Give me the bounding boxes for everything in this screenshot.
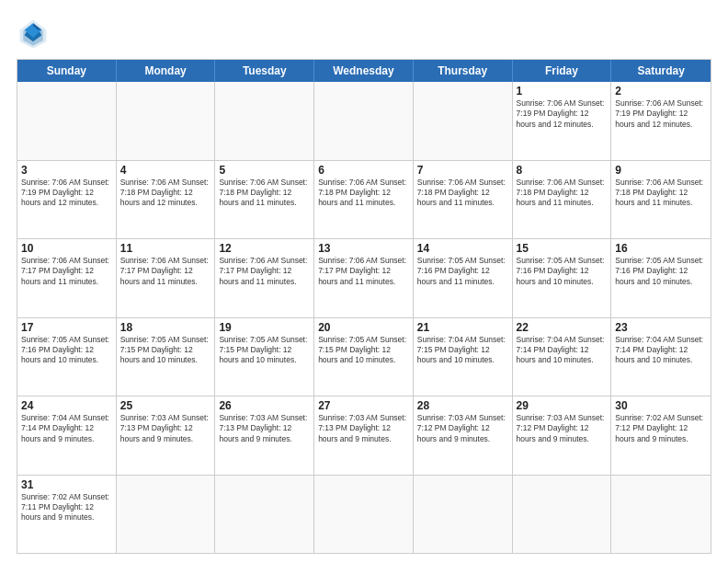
- day-cell-18: 18Sunrise: 7:05 AM Sunset: 7:15 PM Dayli…: [117, 318, 216, 396]
- day-number: 1: [517, 85, 608, 98]
- day-info: Sunrise: 7:03 AM Sunset: 7:13 PM Dayligh…: [219, 413, 310, 444]
- weekday-header-thursday: Thursday: [414, 60, 513, 82]
- day-info: Sunrise: 7:06 AM Sunset: 7:18 PM Dayligh…: [517, 178, 608, 209]
- day-number: 10: [21, 242, 112, 255]
- day-cell-8: 8Sunrise: 7:06 AM Sunset: 7:18 PM Daylig…: [513, 161, 612, 239]
- day-number: 22: [517, 321, 608, 334]
- day-info: Sunrise: 7:03 AM Sunset: 7:13 PM Dayligh…: [120, 413, 211, 444]
- day-cell-empty: [513, 476, 612, 554]
- calendar-week-5: 24Sunrise: 7:04 AM Sunset: 7:14 PM Dayli…: [17, 396, 711, 475]
- day-cell-20: 20Sunrise: 7:05 AM Sunset: 7:15 PM Dayli…: [314, 318, 414, 396]
- day-number: 19: [219, 321, 310, 334]
- day-number: 11: [120, 242, 211, 255]
- day-cell-13: 13Sunrise: 7:06 AM Sunset: 7:17 PM Dayli…: [314, 239, 414, 317]
- day-number: 25: [120, 399, 211, 412]
- day-cell-28: 28Sunrise: 7:03 AM Sunset: 7:12 PM Dayli…: [414, 396, 513, 475]
- day-number: 9: [615, 164, 707, 177]
- day-info: Sunrise: 7:06 AM Sunset: 7:19 PM Dayligh…: [21, 178, 112, 209]
- weekday-header-tuesday: Tuesday: [215, 60, 314, 82]
- calendar-week-1: 1Sunrise: 7:06 AM Sunset: 7:19 PM Daylig…: [17, 82, 711, 160]
- day-info: Sunrise: 7:05 AM Sunset: 7:16 PM Dayligh…: [517, 256, 608, 287]
- day-number: 17: [21, 321, 112, 334]
- day-cell-5: 5Sunrise: 7:06 AM Sunset: 7:18 PM Daylig…: [215, 161, 314, 239]
- day-number: 3: [21, 164, 112, 177]
- day-number: 31: [21, 478, 112, 491]
- day-number: 6: [318, 164, 409, 177]
- weekday-header-monday: Monday: [117, 60, 216, 82]
- day-cell-empty: [215, 476, 314, 554]
- day-number: 23: [615, 321, 707, 334]
- day-cell-14: 14Sunrise: 7:05 AM Sunset: 7:16 PM Dayli…: [414, 239, 513, 317]
- day-cell-2: 2Sunrise: 7:06 AM Sunset: 7:19 PM Daylig…: [611, 82, 711, 160]
- day-cell-19: 19Sunrise: 7:05 AM Sunset: 7:15 PM Dayli…: [215, 318, 314, 396]
- day-cell-empty: [117, 82, 216, 160]
- day-number: 8: [517, 164, 608, 177]
- day-cell-empty: [314, 82, 414, 160]
- day-info: Sunrise: 7:06 AM Sunset: 7:17 PM Dayligh…: [318, 256, 409, 287]
- day-info: Sunrise: 7:06 AM Sunset: 7:19 PM Dayligh…: [615, 98, 707, 130]
- day-info: Sunrise: 7:05 AM Sunset: 7:15 PM Dayligh…: [318, 335, 409, 366]
- day-cell-1: 1Sunrise: 7:06 AM Sunset: 7:19 PM Daylig…: [513, 82, 612, 160]
- day-number: 30: [615, 399, 707, 412]
- calendar-week-2: 3Sunrise: 7:06 AM Sunset: 7:19 PM Daylig…: [17, 160, 711, 239]
- calendar-week-6: 31Sunrise: 7:02 AM Sunset: 7:11 PM Dayli…: [17, 475, 711, 554]
- day-cell-empty: [314, 476, 414, 554]
- header: [17, 17, 711, 50]
- day-number: 2: [615, 85, 707, 98]
- day-info: Sunrise: 7:02 AM Sunset: 7:12 PM Dayligh…: [615, 413, 707, 444]
- day-number: 27: [318, 399, 409, 412]
- day-number: 15: [517, 242, 608, 255]
- day-number: 12: [219, 242, 310, 255]
- calendar-body: 1Sunrise: 7:06 AM Sunset: 7:19 PM Daylig…: [17, 82, 711, 553]
- day-cell-23: 23Sunrise: 7:04 AM Sunset: 7:14 PM Dayli…: [611, 318, 711, 396]
- day-number: 13: [318, 242, 409, 255]
- day-number: 20: [318, 321, 409, 334]
- day-info: Sunrise: 7:03 AM Sunset: 7:12 PM Dayligh…: [417, 413, 508, 444]
- day-info: Sunrise: 7:05 AM Sunset: 7:15 PM Dayligh…: [219, 335, 310, 366]
- day-cell-22: 22Sunrise: 7:04 AM Sunset: 7:14 PM Dayli…: [513, 318, 612, 396]
- day-cell-12: 12Sunrise: 7:06 AM Sunset: 7:17 PM Dayli…: [215, 239, 314, 317]
- day-cell-empty: [414, 82, 513, 160]
- day-info: Sunrise: 7:05 AM Sunset: 7:16 PM Dayligh…: [21, 335, 112, 366]
- day-info: Sunrise: 7:04 AM Sunset: 7:14 PM Dayligh…: [615, 335, 707, 366]
- day-info: Sunrise: 7:06 AM Sunset: 7:19 PM Dayligh…: [517, 98, 608, 130]
- weekday-header-saturday: Saturday: [611, 60, 711, 82]
- day-info: Sunrise: 7:06 AM Sunset: 7:18 PM Dayligh…: [120, 178, 211, 209]
- day-cell-6: 6Sunrise: 7:06 AM Sunset: 7:18 PM Daylig…: [314, 161, 414, 239]
- day-info: Sunrise: 7:03 AM Sunset: 7:12 PM Dayligh…: [517, 413, 608, 444]
- day-cell-21: 21Sunrise: 7:04 AM Sunset: 7:15 PM Dayli…: [414, 318, 513, 396]
- logo: [17, 17, 53, 50]
- day-number: 7: [417, 164, 508, 177]
- day-cell-4: 4Sunrise: 7:06 AM Sunset: 7:18 PM Daylig…: [117, 161, 216, 239]
- day-cell-empty: [611, 476, 711, 554]
- day-cell-29: 29Sunrise: 7:03 AM Sunset: 7:12 PM Dayli…: [513, 396, 612, 475]
- day-cell-3: 3Sunrise: 7:06 AM Sunset: 7:19 PM Daylig…: [17, 161, 117, 239]
- weekday-header-sunday: Sunday: [17, 60, 117, 82]
- day-info: Sunrise: 7:04 AM Sunset: 7:14 PM Dayligh…: [517, 335, 608, 366]
- day-cell-15: 15Sunrise: 7:05 AM Sunset: 7:16 PM Dayli…: [513, 239, 612, 317]
- day-number: 24: [21, 399, 112, 412]
- calendar-week-3: 10Sunrise: 7:06 AM Sunset: 7:17 PM Dayli…: [17, 238, 711, 317]
- day-cell-27: 27Sunrise: 7:03 AM Sunset: 7:13 PM Dayli…: [314, 396, 414, 475]
- calendar-week-4: 17Sunrise: 7:05 AM Sunset: 7:16 PM Dayli…: [17, 317, 711, 396]
- day-info: Sunrise: 7:02 AM Sunset: 7:11 PM Dayligh…: [21, 492, 112, 523]
- day-number: 26: [219, 399, 310, 412]
- day-cell-24: 24Sunrise: 7:04 AM Sunset: 7:14 PM Dayli…: [17, 396, 117, 475]
- day-number: 21: [417, 321, 508, 334]
- day-number: 28: [417, 399, 508, 412]
- calendar: SundayMondayTuesdayWednesdayThursdayFrid…: [17, 59, 711, 554]
- day-cell-31: 31Sunrise: 7:02 AM Sunset: 7:11 PM Dayli…: [17, 476, 117, 554]
- day-cell-10: 10Sunrise: 7:06 AM Sunset: 7:17 PM Dayli…: [17, 239, 117, 317]
- weekday-header-wednesday: Wednesday: [314, 60, 414, 82]
- day-info: Sunrise: 7:06 AM Sunset: 7:18 PM Dayligh…: [615, 178, 707, 209]
- day-cell-26: 26Sunrise: 7:03 AM Sunset: 7:13 PM Dayli…: [215, 396, 314, 475]
- day-info: Sunrise: 7:03 AM Sunset: 7:13 PM Dayligh…: [318, 413, 409, 444]
- day-cell-empty: [17, 82, 117, 160]
- day-number: 5: [219, 164, 310, 177]
- day-info: Sunrise: 7:04 AM Sunset: 7:14 PM Dayligh…: [21, 413, 112, 444]
- day-info: Sunrise: 7:06 AM Sunset: 7:17 PM Dayligh…: [120, 256, 211, 287]
- day-number: 14: [417, 242, 508, 255]
- weekday-header-friday: Friday: [513, 60, 612, 82]
- generalblue-icon: [17, 17, 50, 50]
- day-info: Sunrise: 7:06 AM Sunset: 7:17 PM Dayligh…: [219, 256, 310, 287]
